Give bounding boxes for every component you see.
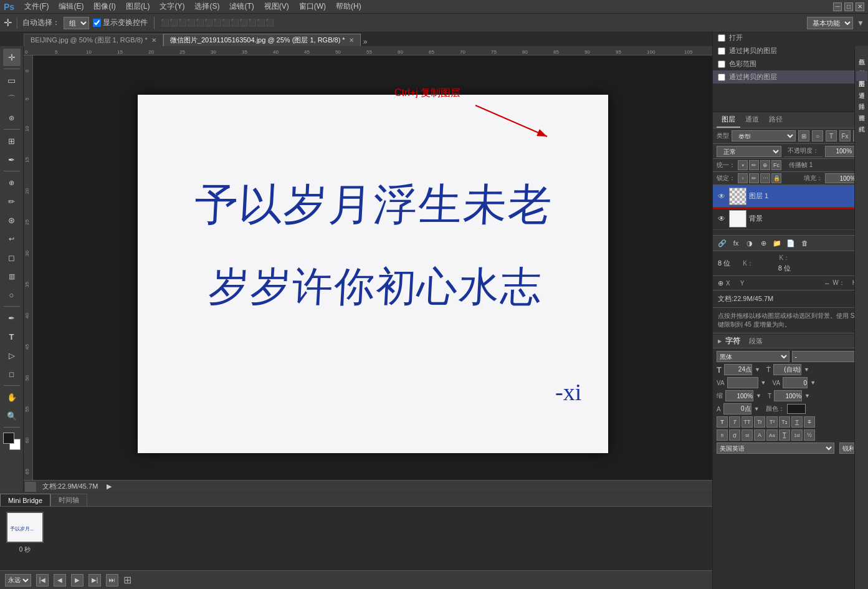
history-check-1[interactable] — [718, 34, 725, 42]
ot-fi-btn[interactable]: fi — [717, 429, 728, 441]
tab-timeline[interactable]: 时间轴 — [50, 494, 87, 506]
add-group-btn[interactable]: 📁 — [771, 237, 783, 249]
kerning-input[interactable] — [727, 377, 758, 388]
history-check-4[interactable] — [718, 74, 725, 81]
layer-item-background[interactable]: 👁 背景 🔒 — [713, 208, 868, 230]
font-size-chevron[interactable]: ▼ — [755, 366, 760, 373]
tracking-chevron[interactable]: ▼ — [810, 380, 816, 386]
language-select[interactable]: 美国英语 — [717, 443, 834, 454]
minimize-button[interactable]: ─ — [833, 2, 842, 11]
clone-tool[interactable]: ⊛ — [3, 211, 21, 229]
font-style-select[interactable]: - — [792, 351, 865, 362]
lock-artboard-btn[interactable]: Fc — [771, 160, 781, 170]
baseline-chevron[interactable]: ▼ — [754, 406, 760, 412]
menu-window[interactable]: 窗口(W) — [294, 1, 331, 12]
menu-image[interactable]: 图像(I) — [88, 1, 120, 12]
menu-edit[interactable]: 编辑(E) — [54, 1, 88, 12]
history-item-3[interactable]: 色彩范围 — [713, 57, 868, 70]
leading-chevron[interactable]: ▼ — [804, 366, 809, 373]
lasso-tool[interactable]: ⌒ — [3, 90, 21, 108]
history-item-4[interactable]: 通过拷贝的图层 — [713, 70, 868, 84]
eyedropper-tool[interactable]: ✒ — [3, 151, 21, 168]
timeline-add-frame[interactable]: ⊞ — [123, 574, 131, 586]
tab-close-wechat[interactable]: ✕ — [349, 37, 354, 44]
ot-ord-btn[interactable]: 1st — [791, 429, 803, 441]
right-col-layers[interactable]: 图层 — [856, 71, 867, 81]
typography-panel-header[interactable]: ▶ 字符 段落 ≡ — [713, 335, 868, 348]
tab-close-beijing[interactable]: ✕ — [151, 37, 156, 44]
color-swatches[interactable] — [3, 433, 21, 450]
tab-paths[interactable]: 路径 — [764, 112, 788, 128]
workspace-dropdown[interactable]: 基本功能 — [807, 17, 853, 29]
tab-expand-icon[interactable]: » — [363, 37, 368, 46]
ot-sigma-btn[interactable]: σ — [729, 429, 740, 441]
text-tool[interactable]: T — [3, 328, 21, 345]
style-allcaps-btn[interactable]: TT — [742, 416, 753, 428]
layer-visibility-layer1[interactable]: 👁 — [717, 191, 727, 201]
style-sub-btn[interactable]: T₂ — [779, 416, 790, 428]
ot-st-btn[interactable]: st — [742, 429, 753, 441]
maximize-button[interactable]: □ — [844, 2, 853, 11]
eraser-tool[interactable]: ◻ — [3, 249, 21, 266]
kerning-chevron[interactable]: ▼ — [761, 380, 766, 386]
ot-a-btn[interactable]: A — [754, 429, 765, 441]
close-button[interactable]: ✕ — [856, 2, 864, 11]
auto-select-dropdown[interactable]: 组 — [64, 17, 89, 29]
scale-h-input[interactable] — [725, 390, 753, 401]
expand-icon[interactable]: ▼ — [857, 19, 864, 27]
layer-item-layer1[interactable]: 👁 图层 1 — [713, 185, 868, 208]
font-family-select[interactable]: 黑体 — [717, 351, 789, 362]
right-col-adjustments[interactable]: 通道 — [856, 82, 867, 92]
menu-view[interactable]: 视图(V) — [259, 1, 294, 12]
foreground-color-swatch[interactable] — [3, 433, 14, 444]
timeline-last-btn[interactable]: ⏭ — [106, 574, 118, 587]
menu-filter[interactable]: 滤镜(T) — [224, 1, 259, 12]
delete-layer-btn[interactable]: 🗑 — [799, 237, 810, 249]
history-check-2[interactable] — [718, 47, 725, 55]
blend-mode-dropdown[interactable]: 正常 — [717, 146, 781, 157]
quick-select-tool[interactable]: ⊛ — [3, 109, 21, 127]
lock-image-btn[interactable]: ✏ — [749, 160, 759, 170]
text-color-swatch[interactable] — [787, 404, 806, 414]
move-tool[interactable]: ✛ — [3, 49, 21, 66]
dodge-tool[interactable]: ○ — [3, 286, 21, 304]
new-layer-btn[interactable]: 📄 — [785, 237, 796, 249]
history-brush-tool[interactable]: ↩ — [3, 230, 21, 247]
tab-mini-bridge[interactable]: Mini Bridge — [0, 494, 50, 506]
right-col-color[interactable]: 颜色 — [856, 49, 867, 59]
tab-channels[interactable]: 通道 — [740, 112, 764, 128]
zoom-tool[interactable]: 🔍 — [3, 407, 21, 424]
add-fx-btn[interactable]: fx — [730, 237, 742, 249]
loop-select[interactable]: 永远 — [5, 574, 31, 587]
timeline-next-btn[interactable]: ▶| — [88, 574, 101, 587]
menu-select[interactable]: 选择(S) — [189, 1, 224, 12]
leading-input[interactable] — [773, 364, 801, 375]
ot-t-btn[interactable]: T̲ — [779, 429, 790, 441]
lock2-all-btn[interactable]: 🔒 — [771, 173, 781, 183]
crop-tool[interactable]: ⊞ — [3, 132, 21, 150]
menu-help[interactable]: 帮助(H) — [331, 1, 366, 12]
add-link-btn[interactable]: 🔗 — [717, 237, 728, 249]
tab-layers[interactable]: 图层 — [717, 112, 740, 128]
lock2-transparent-btn[interactable]: ▫ — [738, 173, 748, 183]
tracking-input[interactable] — [783, 377, 808, 388]
brush-tool[interactable]: ✏ — [3, 193, 21, 210]
lock-transparent-btn[interactable]: ▪ — [738, 160, 748, 170]
style-super-btn[interactable]: T² — [766, 416, 778, 428]
filter-icon-2[interactable]: ○ — [812, 130, 823, 141]
lock-position-btn[interactable]: ⊕ — [760, 160, 770, 170]
history-check-3[interactable] — [718, 60, 725, 68]
scale-v-chevron[interactable]: ▼ — [804, 393, 810, 399]
font-size-input[interactable] — [724, 364, 752, 375]
spot-healing-tool[interactable]: ⊕ — [3, 174, 21, 191]
gradient-tool[interactable]: ▥ — [3, 267, 21, 285]
marquee-tool[interactable]: ▭ — [3, 72, 21, 89]
shape-tool[interactable]: ◻ — [3, 365, 21, 383]
menu-layer[interactable]: 图层(L) — [121, 1, 155, 12]
style-bold-btn[interactable]: T — [717, 416, 728, 428]
move-tool-icon[interactable]: ✛ — [4, 17, 12, 29]
scale-v-input[interactable] — [774, 390, 802, 401]
path-select-tool[interactable]: ▷ — [3, 347, 21, 364]
style-strike-btn[interactable]: T — [804, 416, 815, 428]
right-col-swatches[interactable]: 色板 — [856, 60, 867, 70]
